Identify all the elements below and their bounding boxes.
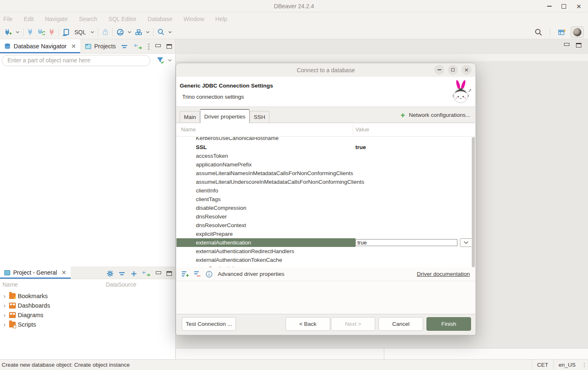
- new-table-icon[interactable]: [558, 28, 567, 36]
- remove-property-icon[interactable]: [194, 271, 201, 277]
- expand-chevron-icon[interactable]: ›: [2, 321, 7, 327]
- expand-chevron-icon[interactable]: ›: [2, 293, 7, 299]
- property-row[interactable]: dnsResolver: [176, 212, 471, 221]
- close-icon[interactable]: ✕: [62, 269, 67, 276]
- maximize-view-icon[interactable]: [167, 44, 172, 49]
- locale-indicator[interactable]: en_US: [553, 360, 581, 370]
- search-icon[interactable]: [535, 28, 542, 36]
- minimize-view-icon[interactable]: [155, 44, 161, 47]
- close-icon[interactable]: ✕: [71, 43, 76, 50]
- user-profile-button[interactable]: [571, 26, 584, 38]
- property-row[interactable]: assumeLiteralUnderscoreInMetadataCallsFo…: [176, 178, 471, 186]
- maximize-view-icon[interactable]: [167, 271, 172, 276]
- tree-item-scripts[interactable]: ›Scripts: [0, 320, 175, 329]
- scrollbar-thumb[interactable]: [472, 137, 475, 267]
- tab-driver-properties[interactable]: Driver properties: [200, 109, 250, 123]
- chevron-down-icon[interactable]: [146, 31, 150, 33]
- chevron-down-icon[interactable]: [168, 31, 172, 33]
- property-row[interactable]: externalAuthenticationTokenCache: [176, 256, 471, 264]
- back-button[interactable]: < Back: [286, 317, 330, 331]
- object-filter-input[interactable]: [2, 55, 150, 66]
- new-connection-icon[interactable]: [4, 28, 12, 36]
- reconnect-icon[interactable]: [37, 28, 45, 36]
- expand-chevron-icon[interactable]: ›: [2, 312, 7, 318]
- property-row[interactable]: externalAuthentication: [176, 238, 471, 247]
- property-row[interactable]: externalAuthenticationRedirectHandlers: [176, 247, 471, 256]
- property-name: externalAuthenticationRedirectHandlers: [196, 248, 294, 254]
- tab-main[interactable]: Main: [180, 111, 200, 123]
- window-minimize-icon[interactable]: [547, 6, 552, 7]
- tree-item-bookmarks[interactable]: ›★Bookmarks: [0, 291, 175, 301]
- settings-gear-icon[interactable]: [107, 270, 114, 277]
- add-property-icon[interactable]: [182, 271, 190, 277]
- sql-editor-icon[interactable]: [63, 28, 70, 36]
- chevron-down-icon[interactable]: [168, 59, 172, 62]
- table-footer-toolbar: Advanced driver properties Driver docume…: [176, 267, 475, 281]
- property-row[interactable]: SSLtrue: [176, 143, 471, 152]
- value-dropdown-button[interactable]: [460, 238, 471, 247]
- menu-sql-editor[interactable]: SQL Editor: [108, 16, 136, 22]
- maximize-editor-icon[interactable]: [576, 43, 581, 47]
- dialog-minimize-icon[interactable]: [434, 65, 444, 75]
- link-with-editor-icon[interactable]: [134, 44, 142, 49]
- link-with-editor-icon[interactable]: [142, 271, 150, 276]
- cancel-button[interactable]: Cancel: [379, 317, 423, 331]
- network-configurations-button[interactable]: + Network configurations...: [400, 111, 470, 119]
- timezone-indicator[interactable]: CET: [532, 360, 553, 370]
- menu-search[interactable]: Search: [79, 16, 97, 22]
- test-connection-button[interactable]: Test Connection ...: [182, 317, 236, 331]
- expand-all-icon[interactable]: [131, 271, 137, 277]
- dialog-maximize-icon[interactable]: [448, 65, 458, 75]
- dialog-titlebar[interactable]: Connect to a database ✕: [176, 63, 476, 77]
- bookmarks-folder-icon: ★: [9, 293, 16, 299]
- driver-documentation-link[interactable]: Driver documentation: [417, 271, 470, 277]
- menu-navigate[interactable]: Navigate: [45, 16, 68, 22]
- tab-database-navigator[interactable]: Database Navigator ✕: [0, 39, 80, 53]
- tab-project-general[interactable]: Project - General ✕: [0, 266, 71, 279]
- tab-projects[interactable]: Projects: [80, 39, 121, 53]
- menu-help[interactable]: Help: [215, 16, 227, 22]
- property-row[interactable]: clientTags: [176, 195, 471, 204]
- chevron-down-icon[interactable]: [128, 31, 131, 33]
- property-row[interactable]: clientInfo: [176, 186, 471, 195]
- finish-button[interactable]: Finish: [426, 317, 471, 331]
- sql-editor-label[interactable]: SQL: [74, 29, 86, 36]
- menu-file[interactable]: File: [3, 16, 13, 22]
- collapse-all-icon[interactable]: [119, 272, 126, 276]
- chevron-down-icon[interactable]: [90, 31, 94, 33]
- chevron-down-icon[interactable]: [16, 31, 19, 33]
- dashboard-gauge-icon[interactable]: [117, 28, 124, 36]
- tree-item-dashboards[interactable]: ›Dashboards: [0, 301, 175, 310]
- filter-icon[interactable]: [157, 57, 164, 64]
- menu-window[interactable]: Window: [183, 16, 204, 22]
- menu-database[interactable]: Database: [148, 16, 172, 22]
- tab-ssh[interactable]: SSH: [250, 111, 269, 123]
- dialog-close-icon[interactable]: ✕: [462, 65, 471, 75]
- connect-icon[interactable]: [27, 28, 33, 36]
- view-menu-icon[interactable]: [148, 43, 150, 50]
- column-value: Value: [355, 126, 369, 133]
- property-row[interactable]: KerberosUseCanonicalHostname: [176, 137, 471, 143]
- table-scrollbar[interactable]: [471, 137, 475, 267]
- property-row[interactable]: dnsResolverContext: [176, 221, 471, 230]
- menu-edit[interactable]: Edit: [24, 16, 34, 22]
- property-row[interactable]: accessToken: [176, 152, 471, 160]
- minimize-editor-icon[interactable]: [564, 43, 569, 46]
- editor-tabstrip: [176, 54, 588, 61]
- property-row[interactable]: extraCredentials: [176, 264, 471, 267]
- window-close-icon[interactable]: ✕: [576, 3, 581, 9]
- property-row[interactable]: explicitPrepare: [176, 230, 471, 238]
- property-value-input[interactable]: [355, 239, 457, 246]
- driver-manager-icon[interactable]: [135, 29, 142, 36]
- collapse-all-icon[interactable]: [121, 45, 128, 49]
- expand-chevron-icon[interactable]: ›: [2, 302, 7, 308]
- window-maximize-icon[interactable]: [562, 4, 566, 9]
- search-db-icon[interactable]: [157, 28, 164, 36]
- tree-item-diagrams[interactable]: ›Diagrams: [0, 310, 175, 320]
- property-row[interactable]: disableCompression: [176, 204, 471, 212]
- disconnect-icon[interactable]: [49, 28, 55, 36]
- property-row[interactable]: applicationNamePrefix: [176, 160, 471, 169]
- minimize-view-icon[interactable]: [156, 271, 161, 274]
- navigator-tabstrip: Database Navigator ✕ Projects: [0, 39, 175, 54]
- property-row[interactable]: assumeLiteralNamesInMetadataCallsForNonC…: [176, 169, 471, 178]
